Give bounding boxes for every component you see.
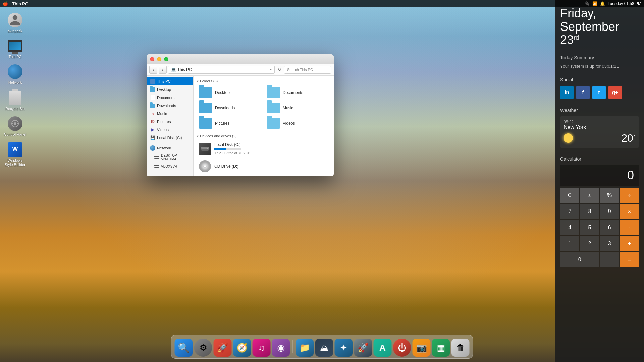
dock-item-siri[interactable]: ◉ [272,339,290,357]
weather-time: 05:22 [564,120,636,124]
sidebar-item-documents[interactable]: Documents [147,94,193,102]
sidebar-item-desktop[interactable]: Desktop [147,85,193,94]
menu-bar-left: 🍎 This PC [3,1,28,6]
calc-btn-divide[interactable]: ÷ [620,188,639,203]
sidebar-item-videos[interactable]: ▶ Videos [147,126,193,134]
social-facebook[interactable]: f [576,86,590,99]
calc-btn-5[interactable]: 5 [580,220,599,235]
calc-btn-subtract[interactable]: - [620,220,639,235]
panel-date: Friday, September 23rd [560,7,639,47]
sidebar-label: Local Disk (C:) [157,136,182,140]
folder-icon [150,103,155,108]
address-bar[interactable]: 💻 This PC ▾ [168,66,275,74]
calc-btn-equals[interactable]: = [620,252,639,267]
sidebar-item-downloads[interactable]: Downloads [147,102,193,110]
social-googleplus[interactable]: g+ [608,86,622,99]
folder-item-videos[interactable]: Videos [265,117,330,130]
desktop-icon-network[interactable]: Network [2,62,29,87]
drives-section-header[interactable]: ▾ Devices and drives (2) [197,134,330,138]
dock-item-photos[interactable]: 📷 [413,339,431,357]
sidebar-item-vboxsvr[interactable]: VBOXSVR [147,162,193,170]
datetime: Tuesday 01:58 PM [608,1,641,6]
drive-item-c[interactable]: Local Disk (C:) 17.2 GB free of 31.5 GB [197,141,330,157]
sidebar-item-desktop5p6[interactable]: DESKTOP-5P6UTM4 [147,152,193,162]
wifi-icon: 📶 [592,1,597,6]
desktop-icon-this-pc[interactable]: This PC [2,36,29,61]
explorer-main: ▾ Folders (6) Desktop Documents Download… [194,76,334,176]
dock-item-prefs[interactable]: ⚙ [194,339,212,357]
back-button[interactable]: ‹ [149,66,157,74]
calc-btn-c[interactable]: C [560,188,579,203]
forward-button[interactable]: › [159,66,167,74]
refresh-button[interactable]: ↻ [276,66,283,73]
sidebar-item-this-pc[interactable]: This PC [147,77,193,85]
window-close-btn[interactable] [150,57,154,61]
sidebar-item-pictures[interactable]: 🖼 Pictures [147,118,193,126]
desktop-icon-control-panel[interactable]: Control Panel [2,114,29,139]
folder-item-pictures[interactable]: Pictures [197,117,263,130]
sidebar-item-local-disk[interactable]: 💾 Local Disk (C:) [147,134,193,142]
dock-item-macos[interactable]: ⛰ [315,339,333,357]
calculator-widget: 0 C ± % ÷ 7 8 9 × 4 5 6 - 1 2 3 + 0 . = [560,165,639,355]
desktop-icon-wsb[interactable]: W Windows Style Builder [2,139,29,169]
sidebar-item-music[interactable]: ♫ Music [147,110,193,118]
folder-item-desktop[interactable]: Desktop [197,86,263,99]
calc-btn-1[interactable]: 1 [560,236,579,251]
sidebar-item-network[interactable]: Network [147,144,193,152]
desktop-icon-skinpack[interactable]: skinpack [2,10,29,35]
folder-item-music[interactable]: Music [265,101,330,115]
calc-btn-7[interactable]: 7 [560,204,579,219]
temp-degree: ° [633,134,636,141]
sidebar-label: Network [157,146,171,150]
battery-icon: 🔌 [585,1,590,6]
calc-btn-3[interactable]: 3 [600,236,619,251]
calc-btn-decimal[interactable]: . [600,252,619,267]
search-input[interactable]: Search This PC [284,66,331,74]
dock-item-trash[interactable]: 🗑 [451,339,470,357]
weather-temperature: 20° [621,132,636,144]
folder-item-downloads[interactable]: Downloads [197,101,263,115]
calc-btn-2[interactable]: 2 [580,236,599,251]
social-twitter[interactable]: t [592,86,606,99]
dock-item-power[interactable]: ⏻ [393,339,411,357]
window-minimize-btn[interactable] [157,57,161,61]
calc-btn-4[interactable]: 4 [560,220,579,235]
folders-section-header[interactable]: ▾ Folders (6) [197,79,330,83]
apple-menu[interactable]: 🍎 [3,1,8,6]
social-linkedin[interactable]: in [560,86,574,99]
desktop-icon-recycle-bin[interactable]: Recycle Bin [2,88,29,113]
dock-item-appstore[interactable]: A [374,339,392,357]
dock-item-xcode[interactable]: ✦ [335,339,353,357]
calc-btn-6[interactable]: 6 [600,220,619,235]
calc-btn-add[interactable]: + [620,236,639,251]
folder-label: Downloads [215,106,235,110]
dock-item-file-explorer[interactable]: 📁 [296,339,314,357]
section-title-today: Today Summary [560,55,639,60]
sun-icon [564,133,573,143]
desktop-icons: skinpack This PC Network Recycle Bin [0,10,30,169]
calc-btn-0[interactable]: 0 [560,252,599,267]
folder-item-documents[interactable]: Documents [265,86,330,99]
window-maximize-btn[interactable] [164,57,168,61]
dock-item-launchpad[interactable]: 🚀 [214,339,232,357]
panel-uptime: Your system is up for 03:01:11 [560,64,639,69]
dock-item-itunes[interactable]: ♫ [253,339,271,357]
folder-icon-desktop [199,87,212,98]
calc-btn-multiply[interactable]: × [620,204,639,219]
calc-buttons: C ± % ÷ 7 8 9 × 4 5 6 - 1 2 3 + 0 . = [560,188,639,267]
address-dropdown-icon[interactable]: ▾ [270,68,272,71]
dock-item-tiles[interactable]: ▦ [432,339,450,357]
dock-item-finder[interactable]: 🔍 [175,339,193,357]
calc-btn-8[interactable]: 8 [580,204,599,219]
sidebar-label: Videos [157,128,169,132]
app-title[interactable]: This PC [12,1,28,6]
calc-btn-plusminus[interactable]: ± [580,188,599,203]
explorer-toolbar: ‹ › 💻 This PC ▾ ↻ Search This PC [147,64,334,76]
calc-btn-percent[interactable]: % [600,188,619,203]
dock-item-rocket[interactable]: 🚀 [354,339,372,357]
dock-item-safari[interactable]: 🧭 [233,339,251,357]
drive-item-d[interactable]: CD Drive (D:) [197,159,330,174]
calc-btn-9[interactable]: 9 [600,204,619,219]
drive-progress-c [214,148,241,150]
weather-widget: 05:22 New York 20° [560,116,639,148]
